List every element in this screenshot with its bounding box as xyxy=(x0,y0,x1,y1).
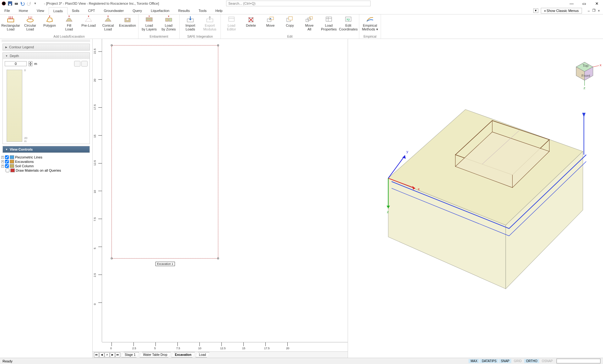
mdi-restore-icon[interactable]: ❐ xyxy=(592,8,595,13)
ribbon-import-loads[interactable]: ImportLoads xyxy=(182,15,199,35)
ribbon-delete[interactable]: Delete xyxy=(242,15,260,35)
status-max[interactable]: MAX xyxy=(469,359,479,363)
print-icon[interactable] xyxy=(14,1,19,6)
tab-last[interactable]: ⏭ xyxy=(115,352,120,357)
ribbon-rectangular-load[interactable]: RectangularLoad xyxy=(2,15,19,35)
ribbon-group-label: Add Loads/Excavation xyxy=(2,35,136,38)
tree-item[interactable]: +Piezometric Lines xyxy=(1,155,91,159)
tab-prev[interactable]: ◀ xyxy=(99,352,104,357)
view-cube[interactable]: Front Top x z xyxy=(576,62,602,89)
minimize-button[interactable]: — xyxy=(565,0,578,7)
ribbon-load-by-zones[interactable]: Loadby Zones xyxy=(160,15,177,35)
tab-file[interactable]: File xyxy=(0,7,14,14)
depth-down[interactable]: ▼ xyxy=(29,64,32,66)
tab-hash[interactable]: # xyxy=(105,352,110,357)
ribbon-edit-coordinates[interactable]: xyEditCoordinates xyxy=(340,15,357,35)
window-options-icon[interactable]: ▾ xyxy=(533,8,538,13)
status-snap[interactable]: SNAP xyxy=(499,359,511,363)
ribbon-load-by-layers[interactable]: Loadby Layers xyxy=(140,15,158,35)
depth-up[interactable]: ▲ xyxy=(29,61,32,64)
ribbon-load-properties[interactable]: LoadProperties xyxy=(320,15,338,35)
stage-tab[interactable]: Stage 1 xyxy=(121,352,139,357)
close-button[interactable]: ✕ xyxy=(590,0,603,7)
save-icon[interactable] xyxy=(8,1,13,6)
window-title: - [Project 3* - Plan/3D View - Registere… xyxy=(44,2,159,5)
tab-soils[interactable]: Soils xyxy=(68,7,84,14)
mdi-minimize-icon[interactable]: – xyxy=(588,9,589,13)
depth-header[interactable]: ▼Depth xyxy=(3,53,90,59)
depth-input[interactable] xyxy=(5,61,27,66)
stage-tab[interactable]: Load xyxy=(196,352,209,357)
tab-next[interactable]: ▶ xyxy=(110,352,115,357)
svg-text:Top: Top xyxy=(583,63,589,67)
status-grid[interactable]: GRID xyxy=(512,359,524,363)
ribbon-conical-load[interactable]: ConicalLoad xyxy=(99,15,117,35)
tree-item[interactable]: Draw Materials on all Queries xyxy=(1,168,91,173)
maximize-button[interactable]: ▭ xyxy=(578,0,590,7)
ribbon-copy[interactable]: Copy xyxy=(281,15,299,35)
tree-item[interactable]: +Excavations xyxy=(1,159,91,164)
ribbon-label: Move xyxy=(266,24,275,27)
tree-icon xyxy=(10,155,14,159)
tree-checkbox[interactable] xyxy=(6,169,9,172)
tab-query[interactable]: Query xyxy=(128,7,146,14)
status-ready: Ready xyxy=(3,359,13,363)
svg-rect-18 xyxy=(146,18,152,19)
depth-gauge[interactable]: 0 20 m xyxy=(7,70,22,142)
ribbon-move-all[interactable]: MoveAll xyxy=(301,15,318,35)
status-ortho[interactable]: ORTHO xyxy=(524,359,539,363)
undo-icon[interactable] xyxy=(20,1,25,6)
tab-first[interactable]: ⏮ xyxy=(94,352,99,357)
svg-marker-15 xyxy=(107,16,109,17)
tab-tools[interactable]: Tools xyxy=(194,7,211,14)
excavation-outline[interactable] xyxy=(111,45,218,259)
ribbon-empirical-methods[interactable]: EmpiricalMethods ▾ xyxy=(361,15,379,35)
tab-loads[interactable]: Loads xyxy=(49,7,68,14)
contour-legend-header[interactable]: ▶Contour Legend xyxy=(3,44,90,50)
svg-rect-19 xyxy=(146,19,152,20)
mdi-close-icon[interactable]: × xyxy=(598,9,600,13)
ribbon-label: Loadby Zones xyxy=(161,24,176,31)
ribbon-polygon[interactable]: Polygon xyxy=(41,15,58,35)
redo-icon[interactable] xyxy=(26,1,31,6)
status-datatips[interactable]: DATATIPS xyxy=(480,359,498,363)
svg-marker-24 xyxy=(168,16,169,17)
depth-tool-lock[interactable] xyxy=(81,61,88,67)
qat-dropdown[interactable]: ▼ xyxy=(33,1,38,6)
load-by-layers-icon xyxy=(145,16,153,23)
show-classic-menus-button[interactable]: ▾ Show Classic Menus xyxy=(541,8,582,13)
tab-home[interactable]: Home xyxy=(14,7,32,14)
tree-item[interactable]: +Soil Column xyxy=(1,164,91,168)
ribbon-label: EditCoordinates xyxy=(339,24,357,31)
tab-cpt[interactable]: CPT xyxy=(84,7,100,14)
tab-view[interactable]: View xyxy=(32,7,49,14)
app-icon xyxy=(1,1,6,6)
3d-view[interactable]: Front Top x z xyxy=(348,39,603,358)
status-osnap[interactable]: OSNAP xyxy=(540,359,555,363)
tab-help[interactable]: Help xyxy=(211,7,227,14)
stage-tab[interactable]: Water Table Drop xyxy=(139,352,171,357)
tree-checkbox[interactable] xyxy=(5,164,9,168)
expand-icon[interactable]: + xyxy=(1,160,4,163)
command-input[interactable] xyxy=(557,359,600,363)
expand-icon[interactable]: + xyxy=(1,156,4,159)
ribbon-label: Polygon xyxy=(43,24,56,27)
depth-tool-1[interactable] xyxy=(74,61,80,67)
ribbon-excavation[interactable]: Excavation xyxy=(119,15,136,35)
tab-groundwater[interactable]: Groundwater xyxy=(100,7,128,14)
stage-tab[interactable]: Excavation xyxy=(171,352,195,357)
expand-icon[interactable]: + xyxy=(1,165,4,168)
plan-canvas[interactable]: 02.557.51012.51517.52022.5 Excavation 1 … xyxy=(93,39,348,351)
tree-checkbox[interactable] xyxy=(5,155,9,159)
ribbon-pre-load[interactable]: Pre-Load xyxy=(80,15,97,35)
panel-grip[interactable] xyxy=(2,40,90,42)
ribbon-move[interactable]: Move xyxy=(262,15,279,35)
tab-liquefaction[interactable]: Liquefaction xyxy=(146,7,174,14)
ribbon-fill-load[interactable]: FillLoad xyxy=(60,15,78,35)
ribbon-circular-load[interactable]: CircularLoad xyxy=(21,15,39,35)
gauge-top-label: 0 xyxy=(24,69,26,72)
search-input[interactable] xyxy=(226,1,371,6)
tree-checkbox[interactable] xyxy=(5,160,9,163)
tab-results[interactable]: Results xyxy=(174,7,194,14)
view-controls-header[interactable]: ▼View Controls xyxy=(3,146,90,153)
